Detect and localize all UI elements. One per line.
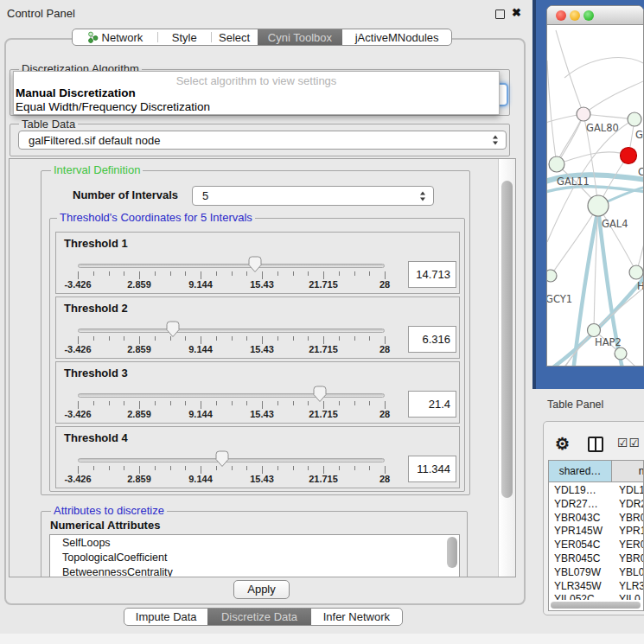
slider-tick — [78, 466, 79, 474]
threshold-value-field[interactable]: 11.344 — [408, 456, 456, 482]
slider-tick — [385, 466, 386, 474]
slider-scale-labels: -3.4262.8599.14415.4321.71528 — [78, 279, 386, 290]
threshold-row: Threshold 1 -3.4262.8599.14415.4321.7152… — [55, 232, 460, 294]
tab-style[interactable]: Style — [158, 29, 211, 45]
threshold-value-field[interactable]: 21.4 — [408, 391, 456, 418]
slider-tick-label: -3.426 — [52, 409, 104, 419]
slider-tick — [139, 271, 140, 279]
minimize-traffic-light[interactable] — [570, 10, 580, 21]
algorithm-option-manual[interactable]: Manual Discretization — [16, 86, 136, 99]
node-table: shared… na YDL19…YDL1YDR27…YDR2YBR043CYB… — [548, 460, 644, 611]
slider-tick — [201, 401, 201, 409]
slider-track[interactable] — [78, 458, 385, 462]
slider-tick — [201, 466, 201, 474]
column-header-name[interactable]: na — [612, 461, 644, 482]
cell-shared-name: YDL19… — [554, 484, 596, 496]
close-traffic-light[interactable] — [556, 10, 566, 21]
slider-thumb[interactable] — [248, 256, 262, 273]
tab-discretize-data[interactable]: Discretize Data — [207, 609, 310, 625]
svg-text:H: H — [637, 280, 644, 292]
threshold-value-field[interactable]: 6.316 — [408, 326, 456, 353]
slider-track[interactable] — [78, 393, 385, 398]
scrollpane-scrollbar-thumb[interactable] — [501, 181, 513, 498]
table-row[interactable]: YER054CYER0 — [549, 539, 644, 552]
slider-tick-label: 28 — [359, 344, 411, 354]
slider-tick — [246, 271, 247, 276]
table-panel-title: Table Panel — [547, 399, 603, 411]
tab-network-label: Network — [102, 31, 143, 44]
table-row[interactable]: YBR043CYBR0 — [549, 512, 644, 526]
slider-tick — [385, 336, 386, 344]
slider-tick — [277, 401, 278, 405]
attribute-list-item[interactable]: TopologicalCoefficient — [50, 550, 459, 564]
attribute-list-item[interactable]: BetweennessCentrality — [50, 564, 459, 577]
tab-impute-data[interactable]: Impute Data — [124, 609, 207, 625]
tab-jactivemnodules[interactable]: jActiveMNodules — [342, 29, 451, 45]
slider-tick-label: 21.715 — [297, 344, 349, 354]
slider-tick — [323, 401, 324, 409]
slider-tick — [308, 336, 309, 341]
apply-button[interactable]: Apply — [233, 580, 290, 599]
network-canvas[interactable]: GAL80 GA C GAL11 GAL4 GCY1 H HAP2 — [547, 26, 644, 367]
float-window-icon[interactable] — [495, 10, 505, 19]
slider-tick — [308, 271, 309, 276]
slider-track[interactable] — [78, 328, 385, 333]
table-row[interactable]: YBR045CYBR0 — [549, 552, 644, 566]
table-row[interactable]: YPR145WYPR1 — [549, 525, 644, 539]
slider-tick — [216, 271, 217, 276]
slider-tick — [124, 336, 124, 341]
slider-tick — [232, 401, 233, 405]
cell-name: YER0 — [619, 539, 644, 551]
slider-tick — [232, 336, 233, 341]
gear-icon[interactable]: ⚙ — [555, 434, 570, 454]
slider-tick — [93, 401, 94, 405]
table-row[interactable]: YDR27…YDR2 — [549, 498, 644, 512]
slider-tick — [124, 271, 124, 276]
numerical-attributes-label: Numerical Attributes — [50, 519, 160, 532]
slider-thumb[interactable] — [166, 321, 180, 338]
algorithm-option-equal-width[interactable]: Equal Width/Frequency Discretization — [16, 100, 210, 113]
tab-network[interactable]: Network — [73, 29, 157, 45]
table-hscrollbar[interactable] — [550, 600, 642, 609]
slider-tick — [216, 466, 217, 470]
close-window-icon[interactable]: ✖ — [512, 6, 521, 19]
tab-cyni-toolbox[interactable]: Cyni Toolbox — [258, 29, 343, 45]
slider-tick — [109, 336, 110, 341]
attributes-list-scrollbar[interactable] — [447, 537, 457, 568]
slider-tick — [78, 401, 79, 409]
slider-thumb[interactable] — [313, 386, 327, 403]
slider-tick — [170, 271, 171, 276]
cell-shared-name: YPR145W — [554, 525, 603, 537]
slider-thumb[interactable] — [215, 450, 229, 468]
table-hscrollbar-thumb[interactable] — [551, 602, 641, 609]
network-window-titlebar[interactable] — [547, 6, 643, 25]
checkbox-icons[interactable]: ☑☑ — [617, 436, 641, 450]
table-row[interactable]: YLR345WYLR3 — [549, 580, 644, 594]
table-row[interactable]: YBL079WYBL0 — [549, 566, 644, 580]
cell-shared-name: YBR045C — [554, 552, 600, 564]
threshold-label: Threshold 1 — [64, 237, 128, 250]
numerical-attributes-list[interactable]: SelfLoopsTopologicalCoefficientBetweenne… — [49, 534, 460, 577]
svg-text:GAL80: GAL80 — [586, 122, 619, 134]
slider-tick — [293, 336, 294, 341]
slider-tick — [369, 271, 370, 276]
table-data-combobox[interactable]: galFiltered.sif default node — [18, 131, 507, 150]
slider-tick — [354, 466, 355, 470]
slider-tick — [369, 336, 370, 341]
attribute-list-item[interactable]: SelfLoops — [50, 535, 459, 550]
table-row[interactable]: YDL19…YDL1 — [549, 484, 644, 498]
column-header-shared-name[interactable]: shared… — [549, 461, 612, 482]
table-data-combobox-value: galFiltered.sif default node — [29, 134, 160, 147]
tab-infer-network[interactable]: Infer Network — [311, 609, 402, 625]
zoom-traffic-light[interactable] — [583, 10, 594, 21]
tab-select[interactable]: Select — [212, 29, 258, 45]
number-of-intervals-spinner[interactable]: 5 — [192, 186, 434, 206]
slider-tick — [185, 401, 186, 405]
split-columns-icon[interactable] — [588, 437, 603, 452]
slider-scale-labels: -3.4262.8599.14415.4321.71528 — [78, 409, 386, 420]
threshold-value-field[interactable]: 14.713 — [408, 261, 456, 288]
slider-tick-label: 15.43 — [236, 474, 288, 484]
slider-tick — [277, 271, 278, 276]
slider-track[interactable] — [78, 264, 385, 268]
slider-tick — [262, 401, 263, 409]
